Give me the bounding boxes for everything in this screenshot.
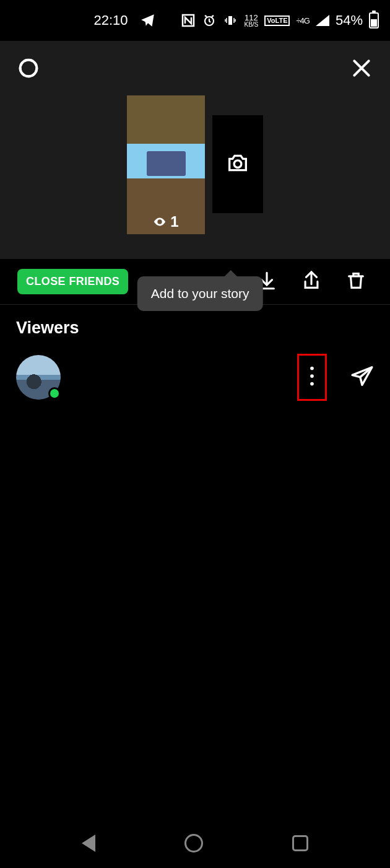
- story-view-count: 1: [127, 213, 205, 230]
- data-gen: ÷4G: [296, 16, 309, 25]
- add-story-tile[interactable]: [212, 115, 263, 213]
- svg-point-5: [234, 160, 241, 168]
- share-icon[interactable]: [301, 270, 322, 294]
- camera-icon: [225, 151, 250, 178]
- presence-dot: [48, 387, 61, 400]
- close-friends-button[interactable]: CLOSE FRIENDS: [17, 269, 128, 294]
- more-options-button[interactable]: [297, 354, 327, 401]
- story-preview-area: 1 Add to your story: [0, 41, 390, 259]
- nfc-icon: [181, 13, 196, 28]
- nav-home-button[interactable]: [184, 834, 203, 853]
- android-nav-bar: [0, 818, 390, 868]
- viewers-section: Viewers: [0, 305, 390, 414]
- network-speed: 112KB/S: [244, 14, 258, 28]
- svg-point-6: [310, 367, 314, 370]
- viewer-row: [16, 354, 374, 401]
- nav-recents-button[interactable]: [292, 835, 308, 851]
- volte-icon: VoLTE: [264, 15, 290, 26]
- trash-icon[interactable]: [345, 270, 366, 294]
- signal-icon: [316, 15, 329, 26]
- svg-rect-2: [228, 16, 232, 25]
- add-story-tooltip: Add to your story: [137, 276, 263, 311]
- viewers-heading: Viewers: [16, 318, 374, 338]
- vibrate-icon: [223, 13, 238, 28]
- settings-icon[interactable]: [16, 56, 41, 83]
- svg-point-8: [310, 382, 314, 386]
- android-status-bar: 22:10 112KB/S VoLTE ÷4G 54%: [0, 0, 390, 41]
- close-icon[interactable]: [349, 56, 374, 83]
- battery-percentage: 54%: [336, 12, 363, 28]
- viewer-avatar[interactable]: [16, 355, 61, 400]
- nav-back-button[interactable]: [82, 835, 95, 852]
- send-message-icon[interactable]: [350, 364, 374, 390]
- current-story-thumbnail[interactable]: 1: [127, 95, 205, 234]
- telegram-icon: [140, 12, 156, 28]
- alarm-icon: [202, 13, 217, 28]
- more-vertical-icon: [305, 366, 319, 387]
- status-time: 22:10: [93, 12, 128, 28]
- battery-icon: [369, 12, 379, 28]
- svg-point-7: [310, 374, 314, 378]
